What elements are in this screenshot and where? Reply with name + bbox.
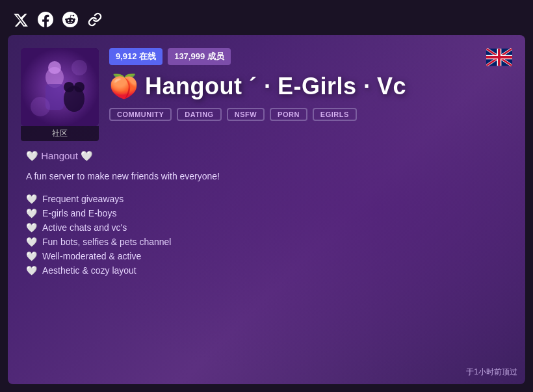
flag-icon	[486, 48, 512, 69]
reddit-icon[interactable]	[61, 10, 79, 29]
tag-dating[interactable]: DATING	[177, 108, 221, 121]
feature-text: E-girls and E-boys	[42, 208, 116, 218]
stats-title-section: 9,912 在线 137,999 成员 🍑 Hangout ´ · E-Girl…	[109, 48, 476, 121]
badges-row: 9,912 在线 137,999 成员	[109, 48, 476, 65]
avatar	[21, 48, 99, 126]
twitter-icon[interactable]	[12, 10, 30, 29]
peach-emoji: 🍑	[109, 75, 138, 98]
avatar-art	[21, 48, 99, 126]
feature-text: Well-moderated & active	[42, 251, 141, 261]
top-row: 社区 9,912 在线 137,999 成员 🍑 Hangout ´ · E-G…	[21, 48, 512, 141]
svg-point-7	[31, 97, 50, 116]
tags-row: COMMUNITYDATINGNSFWPORNEGIRLS	[109, 108, 476, 121]
tag-egirls[interactable]: EGIRLS	[313, 108, 357, 121]
svg-point-3	[74, 82, 84, 92]
server-title-row: 🍑 Hangout ´ · E-Girls · Vc	[109, 73, 476, 100]
timestamp: 于1小时前顶过	[466, 367, 517, 378]
heart-icon: 🤍	[26, 208, 37, 218]
page-wrapper: 社区 9,912 在线 137,999 成员 🍑 Hangout ´ · E-G…	[0, 0, 533, 392]
heart-icon: 🤍	[26, 237, 37, 247]
feature-text: Active chats and vc's	[42, 222, 127, 233]
heart-icon: 🤍	[26, 265, 37, 276]
svg-point-8	[72, 60, 87, 75]
members-badge: 137,999 成员	[168, 48, 231, 65]
avatar-section: 社区	[21, 48, 99, 141]
svg-point-5	[48, 61, 61, 74]
heart-icon: 🤍	[26, 222, 37, 233]
description: A fun server to make new friends with ev…	[26, 170, 512, 183]
server-card: 社区 9,912 在线 137,999 成员 🍑 Hangout ´ · E-G…	[8, 35, 525, 384]
hangout-line: 🤍 Hangout 🤍	[26, 150, 512, 162]
svg-point-2	[64, 82, 74, 92]
link-icon[interactable]	[86, 10, 104, 29]
social-bar	[8, 8, 525, 35]
content-section: 🤍 Hangout 🤍 A fun server to make new fri…	[21, 150, 512, 276]
feature-text: Frequent giveaways	[42, 194, 124, 204]
tag-community[interactable]: COMMUNITY	[109, 108, 172, 121]
heart-icon: 🤍	[26, 251, 37, 261]
online-badge: 9,912 在线	[109, 48, 162, 65]
tag-nsfw[interactable]: NSFW	[227, 108, 265, 121]
feature-item: 🤍Active chats and vc's	[26, 222, 512, 233]
tag-porn[interactable]: PORN	[270, 108, 307, 121]
facebook-icon[interactable]	[36, 10, 55, 29]
feature-text: Fun bots, selfies & pets channel	[42, 237, 171, 247]
feature-list: 🤍Frequent giveaways🤍E-girls and E-boys🤍A…	[26, 194, 512, 276]
feature-item: 🤍Frequent giveaways	[26, 194, 512, 204]
feature-item: 🤍E-girls and E-boys	[26, 208, 512, 218]
feature-item: 🤍Aesthetic & cozy layout	[26, 265, 512, 276]
server-name: Hangout ´ · E-Girls · Vc	[145, 73, 406, 100]
avatar-label: 社区	[21, 126, 99, 141]
heart-icon: 🤍	[26, 194, 37, 204]
feature-item: 🤍Well-moderated & active	[26, 251, 512, 261]
feature-item: 🤍Fun bots, selfies & pets channel	[26, 237, 512, 247]
feature-text: Aesthetic & cozy layout	[42, 265, 136, 276]
